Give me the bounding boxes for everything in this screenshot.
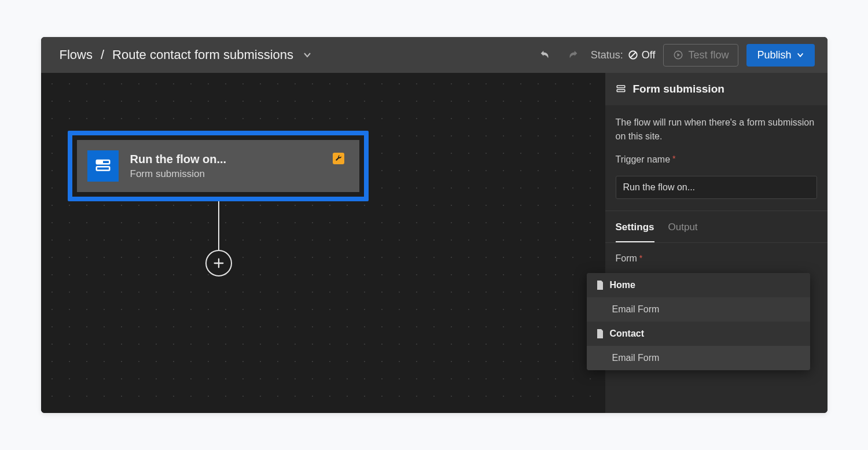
- prohibit-icon: [628, 50, 638, 60]
- dropdown-group-label: Home: [610, 280, 635, 290]
- panel-body: The flow will run when there's a form su…: [605, 105, 827, 211]
- svg-rect-7: [617, 90, 625, 92]
- node-text: Run the flow on... Form submission: [130, 153, 227, 180]
- svg-rect-4: [96, 167, 109, 170]
- status-text: Off: [642, 49, 656, 61]
- svg-rect-5: [96, 160, 102, 164]
- panel-description: The flow will run when there's a form su…: [616, 116, 817, 143]
- trigger-name-input[interactable]: [616, 176, 817, 199]
- breadcrumb-root[interactable]: Flows: [60, 47, 93, 62]
- test-flow-button[interactable]: Test flow: [663, 44, 738, 67]
- breadcrumb-separator: /: [101, 47, 104, 62]
- undo-button[interactable]: [535, 45, 555, 65]
- panel-tabs: Settings Output: [605, 211, 827, 243]
- form-icon: [616, 84, 626, 94]
- app-window: Flows / Route contact form submissions S…: [41, 37, 827, 413]
- svg-rect-6: [617, 86, 625, 88]
- main-area: Run the flow on... Form submission: [41, 73, 827, 413]
- publish-label: Publish: [757, 49, 791, 61]
- publish-button[interactable]: Publish: [746, 44, 814, 67]
- dropdown-item[interactable]: Email Form: [587, 297, 810, 322]
- dropdown-group-label: Contact: [610, 329, 645, 339]
- breadcrumb-current[interactable]: Route contact form submissions: [112, 47, 293, 62]
- chevron-down-icon[interactable]: [301, 49, 313, 61]
- page-icon: [596, 329, 604, 338]
- redo-button[interactable]: [563, 45, 583, 65]
- tab-settings[interactable]: Settings: [616, 222, 654, 242]
- form-icon: [87, 150, 119, 182]
- dropdown-item[interactable]: Email Form: [587, 346, 810, 370]
- inspector-panel: Form submission The flow will run when t…: [605, 73, 827, 413]
- panel-title: Form submission: [633, 83, 724, 95]
- add-step-button[interactable]: [205, 250, 232, 276]
- test-flow-label: Test flow: [688, 49, 729, 61]
- status-value: Off: [628, 49, 656, 61]
- connector-line: [218, 201, 219, 250]
- trigger-name-label: Trigger name: [616, 154, 671, 164]
- required-indicator: *: [639, 253, 642, 263]
- form-dropdown[interactable]: Home Email Form Contact Email Form: [587, 273, 810, 370]
- tab-output[interactable]: Output: [668, 222, 698, 242]
- play-icon: [673, 50, 683, 60]
- dropdown-group-home: Home: [587, 273, 810, 297]
- toolbar: Flows / Route contact form submissions S…: [41, 37, 827, 73]
- wrench-badge-icon: [333, 153, 344, 164]
- flow-canvas[interactable]: Run the flow on... Form submission: [41, 73, 605, 413]
- node-title: Run the flow on...: [130, 153, 227, 166]
- status: Status: Off: [591, 49, 656, 61]
- status-label: Status:: [591, 49, 623, 61]
- settings-body: Form*: [605, 243, 827, 274]
- panel-header: Form submission: [605, 73, 827, 105]
- node-subtitle: Form submission: [130, 168, 227, 180]
- dropdown-group-contact: Contact: [587, 322, 810, 346]
- page-icon: [596, 281, 604, 290]
- trigger-node[interactable]: Run the flow on... Form submission: [72, 135, 364, 197]
- breadcrumb[interactable]: Flows / Route contact form submissions: [60, 47, 314, 62]
- svg-line-1: [630, 53, 635, 58]
- form-field-label: Form: [616, 253, 637, 263]
- required-indicator: *: [672, 154, 675, 163]
- chevron-down-icon: [796, 51, 804, 59]
